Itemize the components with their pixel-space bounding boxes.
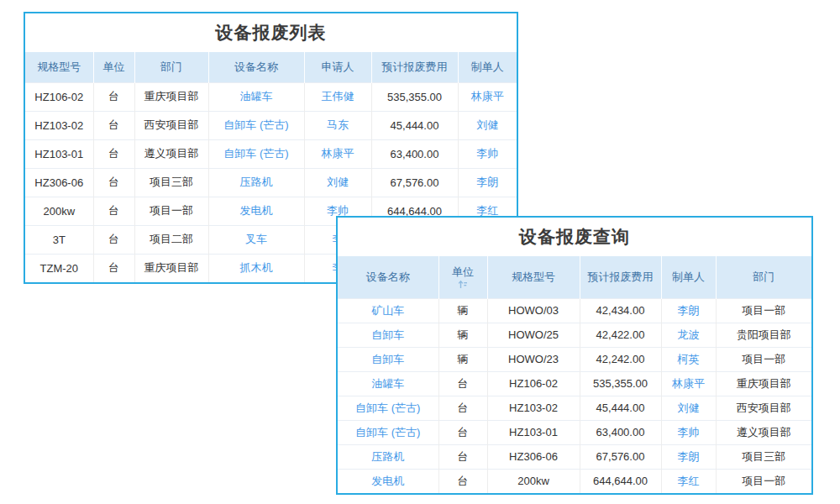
cell-link[interactable]: 刘健 [661,396,716,420]
table-row: 矿山车辆HOWO/0342,434.00李朗项目一部 [338,298,811,323]
header-row: 设备名称单位规格型号预计报废费用制单人部门 [338,256,811,298]
table-cell: 200kw [25,197,93,225]
table-row: 油罐车台HZ106-02535,355.00林康平重庆项目部 [338,371,811,396]
table-row: 自卸车辆HOWO/2542,422.00龙波贵阳项目部 [338,323,811,347]
table-cell: HZ106-02 [25,82,93,111]
table-cell: 重庆项目部 [716,371,811,396]
column-header-label: 申请人 [322,60,354,73]
table-cell: 项目一部 [716,298,811,323]
cell-link[interactable]: 龙波 [661,323,716,347]
scrap-query-table: 设备名称单位规格型号预计报废费用制单人部门矿山车辆HOWO/0342,434.0… [338,256,811,493]
table-cell: HZ306-06 [487,444,580,469]
table-row: HZ306-06台项目三部压路机刘健67,576.00李朗 [25,168,517,197]
table-row: HZ103-01台遵义项目部自卸车 (芒古)林康平63,400.00李帅 [25,139,517,168]
table-cell: 67,576.00 [580,444,661,469]
cell-link[interactable]: 李帅 [458,139,517,168]
table-row: 发电机台200kw644,644.00李红项目一部 [338,469,811,493]
cell-link[interactable]: 发电机 [338,469,438,493]
scrap-list-title: 设备报废列表 [25,13,517,52]
table-cell: 535,355.00 [371,82,458,111]
scrap-query-title: 设备报废查询 [338,218,811,256]
table-cell: TZM-20 [25,254,93,282]
table-cell: 台 [438,420,487,444]
cell-link[interactable]: 自卸车 (芒古) [338,396,438,420]
table-cell: HZ103-01 [487,420,580,444]
table-cell: 台 [93,168,134,197]
table-cell: 台 [438,444,487,469]
table-cell: HOWO/03 [487,298,580,323]
column-header: 预计报废费用 [371,52,458,82]
cell-link[interactable]: 林康平 [661,371,716,396]
cell-link[interactable]: 叉车 [208,225,304,254]
table-cell: 重庆项目部 [134,254,208,282]
table-cell: HOWO/23 [487,347,580,371]
table-row: 自卸车辆HOWO/2342,242.00柯英项目一部 [338,347,811,371]
cell-link[interactable]: 发电机 [208,197,304,225]
cell-link[interactable]: 自卸车 [338,323,438,347]
table-row: HZ103-02台西安项目部自卸车 (芒古)马东45,444.00刘健 [25,111,517,139]
table-row: HZ106-02台重庆项目部油罐车王伟健535,355.00林康平 [25,82,517,111]
cell-link[interactable]: 李红 [661,469,716,493]
table-cell: 项目三部 [716,444,811,469]
cell-link[interactable]: 压路机 [338,444,438,469]
cell-link[interactable]: 抓木机 [208,254,304,282]
cell-link[interactable]: 李帅 [661,420,716,444]
cell-link[interactable]: 油罐车 [208,82,304,111]
table-cell: 台 [438,469,487,493]
cell-link[interactable]: 矿山车 [338,298,438,323]
table-cell: 63,400.00 [371,139,458,168]
cell-link[interactable]: 林康平 [458,82,517,111]
cell-link[interactable]: 李朗 [661,298,716,323]
column-header-label: 制单人 [672,270,705,283]
column-header: 规格型号 [487,256,580,298]
cell-link[interactable]: 自卸车 [338,347,438,371]
table-cell: 42,422.00 [580,323,661,347]
table-cell: 台 [93,111,134,139]
column-header: 制单人 [661,256,716,298]
cell-link[interactable]: 压路机 [208,168,304,197]
cell-link[interactable]: 自卸车 (芒古) [208,111,304,139]
table-cell: 3T [25,225,93,254]
cell-link[interactable]: 林康平 [304,139,371,168]
column-header: 单位 [93,52,134,82]
column-header-label: 预计报废费用 [588,270,654,283]
table-cell: 42,434.00 [580,298,661,323]
cell-link[interactable]: 刘健 [304,168,371,197]
column-header-label: 预计报废费用 [382,60,448,73]
table-cell: HOWO/25 [487,323,580,347]
table-row: 压路机台HZ306-0667,576.00李朗项目三部 [338,444,811,469]
cell-link[interactable]: 自卸车 (芒古) [208,139,304,168]
table-cell: 63,400.00 [580,420,661,444]
table-cell: HZ306-06 [25,168,93,197]
column-header: 部门 [716,256,811,298]
table-cell: 遵义项目部 [716,420,811,444]
column-header-label: 制单人 [471,60,504,73]
table-cell: 42,242.00 [580,347,661,371]
header-row: 规格型号单位部门设备名称申请人预计报废费用制单人 [25,52,517,82]
table-cell: 台 [438,396,487,420]
table-cell: 台 [93,254,134,282]
table-cell: 项目三部 [134,168,208,197]
column-header: 部门 [134,52,208,82]
table-cell: 台 [93,139,134,168]
cell-link[interactable]: 油罐车 [338,371,438,396]
column-header-label: 单位 [103,60,125,73]
cell-link[interactable]: 柯英 [661,347,716,371]
table-cell: 台 [93,82,134,111]
cell-link[interactable]: 刘健 [458,111,517,139]
column-header-label: 部门 [753,270,774,283]
column-header-label: 部门 [160,60,182,73]
cell-link[interactable]: 李朗 [458,168,517,197]
column-header: 设备名称 [338,256,438,298]
cell-link[interactable]: 李朗 [661,444,716,469]
cell-link[interactable]: 马东 [304,111,371,139]
column-header-label: 设备名称 [366,270,410,283]
cell-link[interactable]: 自卸车 (芒古) [338,420,438,444]
table-cell: 贵阳项目部 [716,323,811,347]
table-cell: HZ103-02 [487,396,580,420]
table-cell: 项目一部 [134,197,208,225]
column-header: 预计报废费用 [580,256,661,298]
cell-link[interactable]: 王伟健 [304,82,371,111]
column-header[interactable]: 单位 [438,256,487,298]
column-header-label: 设备名称 [234,60,278,73]
